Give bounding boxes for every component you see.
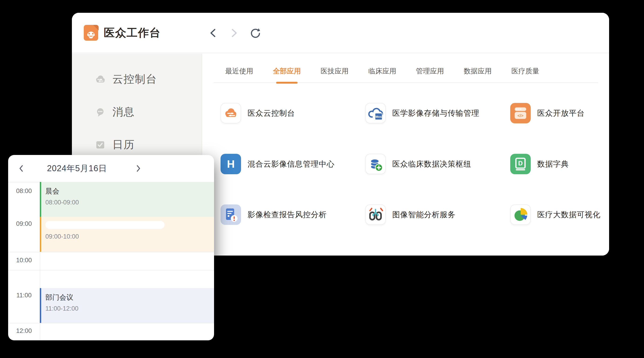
sidebar-item-calendar[interactable]: 日历: [72, 135, 202, 155]
sidebar-item-label: 日历: [112, 138, 135, 152]
app-tabs: 最近使用 全部应用 医技应用 临床应用 管理应用 数据应用 医疗质量: [214, 54, 598, 83]
back-button[interactable]: [208, 28, 218, 38]
app-tile-label: 医众开放平台: [537, 108, 585, 119]
database-plus-icon: [367, 156, 384, 173]
refresh-icon: [250, 28, 260, 38]
app-tile-image-ai-analysis[interactable]: 图像智能分析服务: [365, 204, 456, 225]
time-label: 11:00: [8, 292, 40, 299]
app-title: 医众工作台: [104, 25, 161, 40]
app-tile-clinical-data-hub[interactable]: 医众临床数据决策枢纽: [365, 154, 471, 174]
back-icon: [209, 28, 217, 38]
app-tile-report-risk-analysis[interactable]: 影像检查报告风控分析: [220, 204, 327, 225]
calendar-gridline: [8, 270, 214, 270]
time-label: 10:00: [8, 257, 40, 264]
sidebar-item-cloud-console[interactable]: 云控制台: [72, 69, 202, 89]
app-tile-label: 医众临床数据决策枢纽: [392, 159, 471, 169]
event-time: 11:00-12:00: [45, 305, 214, 312]
orange-cloud-sliders-icon: [223, 105, 238, 121]
desktop-background: 医众工作台: [0, 0, 644, 358]
forward-icon: [230, 28, 238, 38]
svg-text:</>: </>: [518, 113, 523, 118]
calendar-next-day-button[interactable]: [132, 155, 146, 182]
green-book-d-icon: D: [513, 156, 528, 172]
app-tile-image-storage[interactable]: Mos 医学影像存储与传输管理: [365, 103, 479, 123]
blue-cloud-mos-icon: Mos: [367, 105, 384, 122]
time-label: 09:00: [8, 220, 40, 227]
tab-management-apps[interactable]: 管理应用: [416, 66, 444, 82]
refresh-button[interactable]: [250, 28, 260, 38]
calendar-gridline: [8, 323, 214, 323]
event-title-redacted-pill: [45, 221, 164, 229]
calendar-prev-day-button[interactable]: [14, 155, 28, 182]
calendar-panel: 2024年5月16日 08:00 09:00 10:00 11:00 12:00…: [8, 155, 214, 340]
calendar-date-label: 2024年5月16日: [30, 155, 124, 182]
app-tile-label: 医疗大数据可视化: [537, 209, 600, 220]
event-time: 08:00-09:00: [45, 199, 214, 206]
message-icon: [94, 106, 106, 118]
sidebar-item-messages[interactable]: 消息: [72, 102, 202, 122]
apps-panel: 最近使用 全部应用 医技应用 临床应用 管理应用 数据应用 医疗质量 医众云控制…: [203, 54, 609, 256]
sidebar-item-label: 云控制台: [112, 72, 157, 86]
cloud-settings-icon: [94, 73, 106, 85]
event-title: 部门会议: [45, 293, 214, 302]
window-nav: [208, 13, 260, 53]
pie-chart-icon: [512, 206, 529, 223]
app-tile-big-data-visualization[interactable]: 医疗大数据可视化: [510, 204, 600, 225]
tab-medtech-apps[interactable]: 医技应用: [320, 66, 348, 82]
tab-recent[interactable]: 最近使用: [225, 66, 253, 82]
blue-letter-h-icon: H: [227, 158, 234, 170]
app-tile-label: 医众云控制台: [248, 108, 295, 119]
app-tile-label: 图像智能分析服务: [392, 209, 456, 220]
calendar-event-morning-meeting[interactable]: 晨会 08:00-09:00: [40, 182, 214, 217]
tab-clinical-apps[interactable]: 临床应用: [368, 66, 396, 82]
chevron-left-icon: [18, 165, 24, 172]
svg-text:Mos: Mos: [376, 115, 382, 119]
app-tile-label: 医学影像存储与传输管理: [392, 108, 479, 119]
chevron-right-icon: [136, 165, 141, 172]
calendar-event-redacted[interactable]: 09:00-10:00: [40, 217, 214, 252]
tab-all-apps[interactable]: 全部应用: [273, 66, 301, 82]
window-header: 医众工作台: [72, 13, 609, 53]
time-label: 08:00: [8, 187, 40, 195]
tab-data-apps[interactable]: 数据应用: [464, 66, 492, 82]
calendar-check-icon: [94, 139, 106, 151]
svg-text:D: D: [518, 160, 522, 167]
orange-browser-code-icon: </>: [513, 105, 528, 121]
tab-quality[interactable]: 医疗质量: [512, 66, 539, 82]
app-tile-cloud-console[interactable]: 医众云控制台: [220, 103, 295, 123]
app-logo-icon: [82, 24, 99, 41]
time-label: 12:00: [8, 327, 40, 335]
sidebar-item-label: 消息: [112, 105, 135, 119]
calendar-event-department-meeting[interactable]: 部门会议 11:00-12:00: [40, 288, 214, 323]
app-tile-data-dictionary[interactable]: D 数据字典: [510, 154, 569, 174]
lungs-icon: [367, 206, 384, 223]
forward-button[interactable]: [229, 28, 239, 38]
report-alert-icon: [222, 206, 240, 223]
calendar-gridline: [8, 252, 214, 252]
event-title: 晨会: [45, 186, 214, 196]
calendar-header: 2024年5月16日: [8, 155, 214, 182]
app-tile-label: 混合云影像信息管理中心: [248, 159, 334, 169]
app-tile-label: 影像检查报告风控分析: [248, 209, 327, 220]
app-tile-open-platform[interactable]: </> 医众开放平台: [510, 103, 585, 123]
app-tile-label: 数据字典: [537, 159, 569, 169]
event-time: 09:00-10:00: [45, 233, 214, 240]
app-tile-hybrid-cloud-center[interactable]: H 混合云影像信息管理中心: [220, 154, 334, 174]
